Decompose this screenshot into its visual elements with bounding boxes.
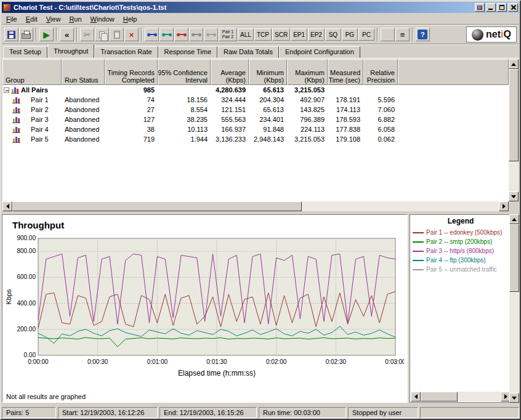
netiq-logo: netiQ (466, 26, 517, 42)
table-hscroll-thumb[interactable] (12, 201, 302, 211)
chart-section: Throughput 900.00800.00600.00400.00200.0… (2, 214, 519, 403)
tab-test-setup[interactable]: Test Setup (3, 46, 47, 58)
minimize-button[interactable] (486, 3, 496, 12)
connect-pairs-button[interactable] (204, 28, 218, 41)
columns-button[interactable]: ≡ (395, 28, 410, 41)
value-cell-minimum-kbps: 234.401 (249, 116, 287, 123)
run-status-cell: Abandoned (62, 126, 105, 133)
menu-view[interactable]: View (42, 14, 65, 24)
value-cell-95-confidence-interval: 1.944 (158, 135, 211, 143)
legend-horizontal-scrollbar[interactable] (411, 392, 511, 402)
table-row-pair-5[interactable]: Pair 5Abandoned7191.9443,136.2332,948.14… (2, 134, 509, 144)
table-vscroll-thumb[interactable] (509, 69, 519, 161)
column-header-relative-precision[interactable]: RelativePrecision (363, 59, 398, 85)
cut-button[interactable]: ✂ (80, 28, 94, 41)
table-horizontal-scrollbar[interactable] (2, 201, 509, 211)
swap-endpoints-button[interactable] (189, 28, 203, 41)
menu-window[interactable]: Window (86, 14, 119, 24)
tab-transaction-rate[interactable]: Transaction Rate (94, 46, 158, 58)
run-test-button[interactable]: ▶ (39, 28, 54, 41)
value-cell-maximum-kbps: 3,215.053 (287, 86, 328, 94)
column-header-95-confidence-interval[interactable]: 95% ConfidenceInterval (158, 59, 211, 85)
table-row-pair-4[interactable]: Pair 4Abandoned3810.113166.93791.848224.… (2, 124, 509, 134)
save-icon (7, 31, 15, 39)
group-cell: Pair 4 (2, 126, 62, 133)
table-vertical-scrollbar[interactable] (509, 59, 519, 201)
scroll-down-button[interactable] (509, 192, 519, 201)
print-icon (22, 33, 31, 39)
tab-response-time[interactable]: Response Time (158, 46, 217, 58)
table-row-pair-1[interactable]: Pair 1Abandoned7418.156324.444204.304492… (2, 95, 509, 105)
rewind-button[interactable]: « (60, 28, 74, 41)
menu-edit[interactable]: Edit (22, 14, 42, 24)
value-cell-average-kbps: 166.937 (211, 126, 249, 133)
filter-sq-button[interactable]: SQ (325, 28, 341, 41)
filter-scr-button[interactable]: SCR (272, 28, 290, 41)
legend-scroll-left-button[interactable] (411, 392, 421, 402)
table-row-all-pairs[interactable]: All Pairs9854,280.63965.6133,215.053 (2, 85, 509, 95)
legend-scroll-up-button[interactable] (509, 214, 519, 224)
print-button[interactable] (19, 28, 33, 41)
close-button[interactable] (508, 3, 518, 12)
maximize-button[interactable] (497, 3, 507, 12)
scroll-right-button[interactable] (499, 201, 509, 211)
menu-run[interactable]: Run (65, 14, 86, 24)
legend-item-pair-5-unmatched-traffic[interactable]: Pair 5 -- unmatched traffic (413, 265, 511, 274)
columns-icon: ≡ (400, 31, 405, 39)
filter-pc-button[interactable]: PC (358, 28, 374, 41)
window-extra-button[interactable] (475, 3, 485, 12)
legend-vscroll-thumb[interactable] (509, 224, 519, 292)
scroll-up-button[interactable] (509, 59, 519, 69)
help-button[interactable]: ? (416, 28, 430, 41)
new-pair-button[interactable] (145, 28, 159, 41)
tab-throughput[interactable]: Throughput (47, 44, 94, 58)
blank-button[interactable] (381, 28, 395, 41)
save-button[interactable] (4, 28, 18, 41)
legend-item-pair-4-ftp-300kbps[interactable]: Pair 4 -- ftp (300kbps) (413, 256, 511, 265)
run-status-cell: Abandoned (62, 116, 105, 123)
table-row-pair-3[interactable]: Pair 3Abandoned12738.235555.563234.40179… (2, 115, 509, 124)
collapse-icon[interactable] (4, 87, 9, 93)
column-header-maximum-kbps[interactable]: Maximum(Kbps) (287, 59, 328, 85)
value-cell-timing-records-completed: 127 (105, 116, 158, 123)
paste-button[interactable] (110, 28, 124, 41)
scroll-left-button[interactable] (2, 201, 12, 211)
filter-all-button[interactable]: ALL (238, 28, 254, 41)
run-status-cell: Abandoned (62, 106, 105, 113)
group-cell: Pair 1 (2, 96, 62, 103)
column-header-timing-records-completed[interactable]: Timing RecordsCompleted (105, 59, 158, 85)
toolbar: ▶«✂×Pair 1Pair 2ALLTCPSCREP1EP2SQPGPC≡? … (2, 25, 519, 44)
legend-vertical-scrollbar[interactable] (509, 214, 519, 403)
menu-help[interactable]: Help (119, 14, 142, 24)
column-header-run-status[interactable]: Run Status (62, 59, 105, 85)
table-row-pair-2[interactable]: Pair 2Abandoned278.554121.15165.613143.8… (2, 105, 509, 115)
new-multicast-group-button[interactable] (160, 28, 174, 41)
tab-endpoint-configuration[interactable]: Endpoint Configuration (279, 46, 360, 58)
column-header-group[interactable]: Group (2, 59, 62, 85)
title-bar[interactable]: Chariot Test - C:\util\test\Chariot\Test… (2, 2, 519, 13)
results-table: GroupRun StatusTiming RecordsCompleted95… (2, 59, 509, 201)
edit-pair-icon (177, 32, 187, 38)
filter-tcp-button[interactable]: TCP (254, 28, 272, 41)
legend-scroll-down-button[interactable] (509, 393, 519, 403)
copy-button[interactable] (95, 28, 109, 41)
column-header-minimum-kbps[interactable]: Minimum(Kbps) (249, 59, 287, 85)
filter-ep1-button[interactable]: EP1 (291, 28, 307, 41)
pair-view-button[interactable]: Pair 1Pair 2 (219, 28, 237, 41)
edit-pair-button[interactable] (174, 28, 188, 41)
legend-hscroll-thumb[interactable] (421, 392, 458, 402)
legend-item-pair-2-smtp-200kbps[interactable]: Pair 2 -- smtp (200kbps) (413, 237, 511, 246)
legend-item-pair-3-http-s-800kbps[interactable]: Pair 3 -- http/s (800kbps) (413, 246, 511, 256)
menu-file[interactable]: File (2, 14, 22, 24)
column-header-measured-time-sec[interactable]: MeasuredTime (sec) (328, 59, 363, 85)
filter-ep2-button[interactable]: EP2 (308, 28, 325, 41)
filter-pg-button[interactable]: PG (342, 28, 358, 41)
tab-raw-data-totals[interactable]: Raw Data Totals (217, 46, 279, 58)
toolbar-separator (141, 28, 142, 41)
delete-button[interactable]: × (124, 28, 139, 41)
toolbar-separator (76, 28, 78, 41)
legend-item-pair-1-edonkey-500kbps[interactable]: Pair 1 -- edonkey (500kbps) (413, 228, 511, 237)
y-tick-label: 0.00 (24, 352, 36, 358)
value-cell-measured-time-sec: 178.191 (328, 96, 363, 103)
column-header-average-kbps[interactable]: Average(Kbps) (211, 59, 249, 85)
